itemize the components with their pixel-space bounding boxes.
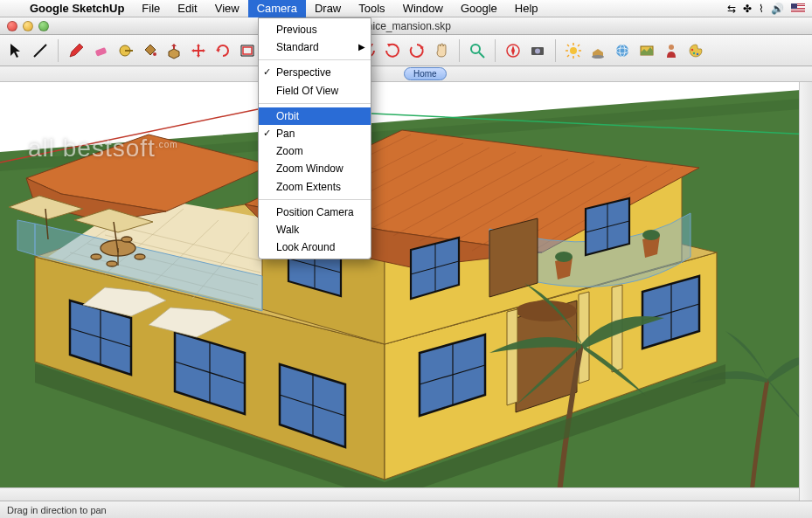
volume-icon[interactable]: 🔊 (771, 3, 784, 15)
flag-icon[interactable] (791, 3, 805, 13)
svg-point-7 (471, 45, 480, 53)
menu-separator (259, 59, 371, 60)
menu-item-previous[interactable]: Previous (259, 21, 371, 38)
wifi-icon[interactable]: ⌇ (759, 3, 764, 15)
svg-point-4 (153, 52, 156, 56)
traffic-lights (0, 21, 49, 31)
menu-window[interactable]: Window (394, 0, 452, 17)
eraser-tool[interactable] (90, 40, 111, 61)
svg-marker-82 (579, 292, 589, 383)
submenu-arrow-icon: ▶ (358, 41, 365, 53)
svg-point-110 (121, 237, 132, 242)
svg-line-19 (578, 45, 580, 46)
svg-point-22 (616, 45, 628, 57)
menubar-system-tray: ⇆ ✤ ⌇ 🔊 (727, 3, 812, 15)
push-pull-tool[interactable] (163, 40, 184, 61)
svg-point-12 (570, 47, 577, 54)
svg-line-0 (34, 45, 46, 57)
minimize-button[interactable] (23, 21, 33, 31)
model-viewport[interactable]: all bestsoft.com (0, 82, 812, 501)
svg-line-20 (567, 55, 569, 57)
shadow-tool[interactable] (587, 40, 608, 61)
menu-item-standard[interactable]: Standard▶ (259, 38, 371, 56)
document-window: _nice_mansion.skp (0, 17, 812, 518)
status-hint: Drag in direction to pan (7, 505, 107, 515)
check-icon: ✓ (263, 66, 271, 79)
svg-marker-102 (17, 220, 35, 255)
main-toolbar (0, 35, 812, 66)
menu-item-walk[interactable]: Walk (259, 221, 371, 238)
panorama-tool[interactable] (636, 40, 657, 61)
svg-point-107 (91, 254, 101, 259)
line-tool[interactable] (30, 40, 51, 61)
svg-marker-87 (489, 218, 538, 297)
switch-icon[interactable]: ⇆ (727, 3, 736, 15)
compass-tool[interactable] (503, 40, 524, 61)
toolbar-separator (459, 39, 460, 62)
menu-item-pan[interactable]: ✓Pan (259, 125, 371, 142)
toolbar-separator (555, 39, 556, 62)
window-title: _nice_mansion.skp (361, 20, 451, 32)
status-bar: Drag in direction to pan (0, 501, 812, 518)
svg-point-108 (135, 254, 145, 259)
menu-file[interactable]: File (133, 0, 169, 17)
toolbar-separator (495, 39, 496, 62)
menu-draw[interactable]: Draw (306, 0, 350, 17)
svg-point-11 (535, 48, 540, 53)
tape-measure-tool[interactable] (115, 40, 135, 61)
menu-edit[interactable]: Edit (169, 0, 205, 17)
scene-illustration (0, 82, 812, 501)
mac-menubar: Google SketchUp File Edit View Camera Dr… (0, 0, 812, 17)
horizontal-scrollbar[interactable] (0, 487, 799, 501)
svg-point-29 (697, 52, 698, 54)
bluetooth-icon[interactable]: ✤ (743, 3, 752, 15)
app-name[interactable]: Google SketchUp (21, 2, 133, 15)
pencil-tool[interactable] (66, 40, 87, 61)
window-titlebar[interactable]: _nice_mansion.skp (0, 17, 812, 35)
rotate-tool[interactable] (212, 40, 233, 61)
menu-tools[interactable]: Tools (350, 0, 393, 17)
menu-item-perspective[interactable]: ✓Perspective (259, 64, 371, 81)
menu-view[interactable]: View (206, 0, 248, 17)
menu-item-zoom-extents[interactable]: Zoom Extents (259, 178, 371, 196)
svg-line-8 (479, 52, 484, 58)
forward-tool[interactable] (406, 40, 427, 61)
zoom-button[interactable] (38, 21, 49, 31)
menu-separator (259, 103, 371, 104)
play-tool[interactable] (382, 40, 403, 61)
svg-line-17 (567, 45, 569, 46)
sun-tool[interactable] (563, 40, 584, 61)
menu-google[interactable]: Google (452, 0, 506, 17)
menu-item-zoom[interactable]: Zoom (259, 142, 371, 160)
vertical-scrollbar[interactable] (799, 82, 812, 501)
offset-tool[interactable] (237, 40, 258, 61)
svg-rect-1 (95, 47, 108, 57)
svg-line-18 (578, 55, 580, 57)
close-button[interactable] (7, 21, 17, 31)
globe-tool[interactable] (612, 40, 633, 61)
home-tab[interactable]: Home (404, 67, 447, 80)
svg-point-89 (555, 252, 573, 262)
magnifier-tool[interactable] (467, 40, 488, 61)
menu-item-field-of-view[interactable]: Field Of View (259, 82, 371, 100)
toolbar-separator (58, 39, 59, 62)
camera-menu-popup: Previous Standard▶ ✓Perspective Field Of… (258, 17, 371, 259)
menu-item-zoom-window[interactable]: Zoom Window (259, 160, 371, 177)
palette-tool[interactable] (685, 40, 706, 61)
move-tool[interactable] (188, 40, 209, 61)
svg-point-26 (669, 45, 674, 50)
menu-item-look-around[interactable]: Look Around (259, 238, 371, 256)
menu-item-orbit[interactable]: Orbit (259, 107, 371, 125)
paint-bucket-tool[interactable] (139, 40, 160, 61)
menu-item-position-camera[interactable]: Position Camera (259, 204, 371, 221)
select-tool[interactable] (5, 40, 26, 61)
svg-point-27 (691, 48, 693, 50)
scene-tabs-strip: Home (0, 66, 812, 82)
camera-tool[interactable] (527, 40, 548, 61)
menu-camera[interactable]: Camera (248, 0, 306, 17)
menu-help[interactable]: Help (506, 0, 547, 17)
hand-tool[interactable] (431, 40, 452, 61)
check-icon: ✓ (263, 127, 271, 140)
menu-separator (259, 199, 371, 200)
person-tool[interactable] (661, 40, 682, 61)
